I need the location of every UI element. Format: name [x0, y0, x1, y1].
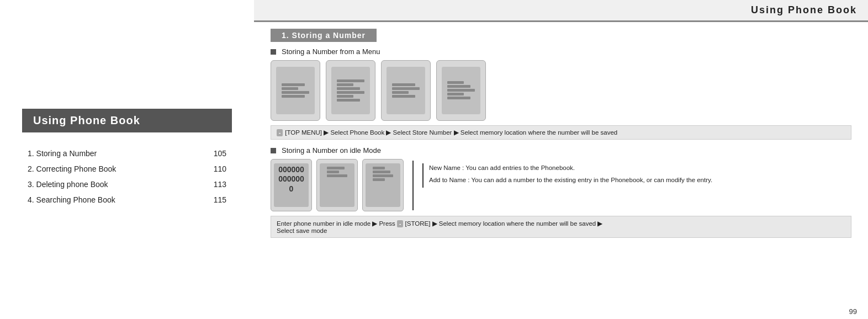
phone-images-row-1	[271, 60, 851, 121]
screen-lines-4	[447, 80, 474, 100]
instruction-text-1: [TOP MENU] ▶ Select Phone Book ▶ Select …	[285, 129, 617, 136]
note-1: New Name : You can add entries to the Ph…	[429, 163, 851, 172]
sub-heading-2: Storing a Number on idle Mode	[271, 146, 851, 155]
digit-display-1: 000000	[278, 166, 304, 174]
toc-label-3: 3. Deleting phone Book	[28, 180, 204, 189]
screen-lines-2	[337, 78, 364, 103]
phone-inner-2	[331, 67, 370, 114]
phone-inner-3	[387, 67, 425, 114]
page-header: Using Phone Book	[254, 0, 868, 22]
page-number: 99	[849, 307, 857, 316]
left-panel: Using Phone Book 1. Storing a Number 105…	[0, 0, 254, 319]
instruction-bar-2: Enter phone number in idle mode ▶ Press …	[271, 216, 851, 238]
notes-box: New Name : You can add entries to the Ph…	[422, 163, 851, 188]
instruction-bar-1: - [TOP MENU] ▶ Select Phone Book ▶ Selec…	[271, 125, 851, 140]
screen-lines-sm-3	[373, 166, 394, 182]
page-header-title: Using Phone Book	[751, 4, 857, 15]
toc-item-4: 4. Searching Phone Book 115	[28, 195, 226, 204]
digit-display-2: 000000	[278, 175, 304, 183]
phone-image-2	[326, 60, 375, 121]
phone-sm-inner-2	[320, 163, 354, 207]
instruction-bar-2-line2: Select save mode	[277, 227, 845, 234]
key-icon-minus-1: -	[277, 129, 283, 136]
phone-images-small: 000000 000000 0	[271, 159, 404, 211]
left-title: Using Phone Book	[33, 114, 140, 126]
toc-list: 1. Storing a Number 105 2. Correcting Ph…	[22, 149, 232, 211]
phone-sm-1: 000000 000000 0	[271, 159, 312, 211]
phone-sm-3	[362, 159, 404, 211]
toc-page-1: 105	[204, 149, 226, 158]
instruction-bar-2-line1: Enter phone number in idle mode ▶ Press …	[277, 220, 845, 227]
sub2-label: Storing a Number on idle Mode	[282, 146, 381, 155]
sub1-label: Storing a Number from a Menu	[282, 47, 380, 56]
toc-item-3: 3. Deleting phone Book 113	[28, 180, 226, 189]
bullet-2	[271, 148, 276, 153]
phone-sm-inner-1: 000000 000000 0	[274, 163, 308, 207]
toc-label-1: 1. Storing a Number	[28, 149, 204, 158]
toc-label-2: 2. Correcting Phone Book	[28, 164, 204, 173]
toc-page-3: 113	[204, 180, 226, 189]
digit-display-3: 0	[289, 185, 294, 193]
lower-section: 000000 000000 0	[271, 159, 851, 211]
phone-inner-1	[276, 67, 315, 114]
content-area: 1. Storing a Number Storing a Number fro…	[254, 22, 868, 319]
toc-page-4: 115	[204, 195, 226, 204]
phone-image-4	[436, 60, 486, 121]
vertical-separator	[412, 161, 414, 210]
toc-item-1: 1. Storing a Number 105	[28, 149, 226, 158]
screen-lines-sm-2	[327, 166, 348, 178]
phone-sm-2	[316, 159, 358, 211]
key-icon-minus-2: -	[397, 220, 403, 227]
phone-inner-4	[442, 67, 480, 114]
sub-heading-1: Storing a Number from a Menu	[271, 47, 851, 56]
phone-sm-inner-3	[366, 163, 400, 207]
toc-item-2: 2. Correcting Phone Book 110	[28, 164, 226, 173]
instruction-text-2b: [STORE] ▶ Select memory location where t…	[405, 220, 603, 227]
note-2: Add to Name : You can add a number to th…	[429, 176, 851, 184]
toc-page-2: 110	[204, 164, 226, 173]
left-title-box: Using Phone Book	[22, 109, 232, 132]
right-panel: Using Phone Book 1. Storing a Number Sto…	[254, 0, 868, 319]
toc-label-4: 4. Searching Phone Book	[28, 195, 204, 204]
section-heading: 1. Storing a Number	[271, 29, 377, 42]
bullet-1	[271, 49, 276, 55]
screen-lines-3	[392, 82, 419, 99]
instruction-text-2a: Enter phone number in idle mode ▶ Press	[277, 220, 397, 227]
phone-image-1	[271, 60, 320, 121]
screen-lines-1	[282, 82, 309, 99]
phone-image-3	[381, 60, 431, 121]
